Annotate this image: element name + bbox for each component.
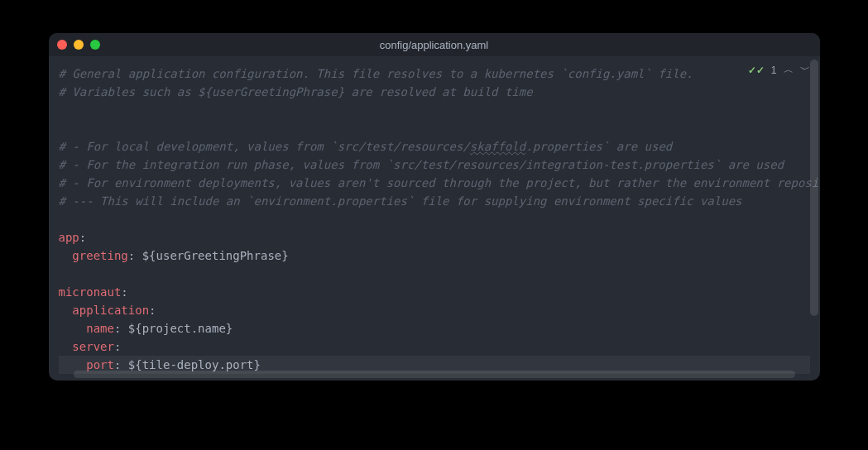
comment-line: # --- This will include an `environment.…: [59, 194, 742, 208]
yaml-colon: :: [121, 285, 127, 299]
yaml-key: micronaut: [59, 285, 122, 299]
comment-line: # - For the integration run phase, value…: [59, 158, 784, 171]
yaml-colon: :: [114, 358, 121, 371]
yaml-value: ${tile-deploy.port}: [128, 358, 261, 371]
editor-window: config/application.yaml ✓✓ 1 ︿ ﹀ # Gener…: [49, 33, 820, 381]
yaml-key: port: [86, 358, 114, 371]
comment-line: # - For local development, values from `…: [59, 140, 673, 153]
check-icon: ✓✓: [748, 65, 765, 76]
vertical-scrollbar[interactable]: [810, 60, 818, 316]
next-issue-button[interactable]: ﹀: [800, 63, 810, 77]
comment-line: # Variables such as ${userGreetingPhrase…: [59, 85, 533, 98]
comment-text: # - For local development, values from `…: [59, 140, 470, 153]
editor-area: ✓✓ 1 ︿ ﹀ # General application configura…: [49, 56, 820, 381]
yaml-value: ${userGreetingPhrase}: [142, 249, 289, 262]
comment-line: # General application configuration. Thi…: [59, 67, 693, 80]
close-window-button[interactable]: [57, 40, 67, 50]
prev-issue-button[interactable]: ︿: [784, 63, 794, 77]
spellcheck-word[interactable]: skaffold: [470, 140, 525, 153]
yaml-colon: :: [114, 340, 121, 353]
yaml-colon: :: [128, 249, 135, 262]
window-title: config/application.yaml: [49, 39, 820, 51]
yaml-key: server: [72, 340, 114, 353]
horizontal-scrollbar[interactable]: [74, 371, 795, 378]
minimize-window-button[interactable]: [74, 40, 84, 50]
yaml-key: greeting: [72, 249, 127, 262]
maximize-window-button[interactable]: [90, 40, 100, 50]
titlebar: config/application.yaml: [49, 33, 820, 56]
yaml-colon: :: [114, 322, 121, 335]
yaml-colon: :: [79, 231, 86, 244]
inspection-overlay: ✓✓ 1 ︿ ﹀: [748, 63, 810, 77]
issues-count: 1: [771, 65, 777, 76]
comment-line: # - For environment deployments, values …: [59, 176, 820, 189]
yaml-key: application: [72, 304, 149, 317]
yaml-key: name: [86, 322, 114, 335]
traffic-lights: [57, 40, 100, 50]
comment-text: .properties` are used: [525, 140, 672, 153]
yaml-key: app: [59, 231, 79, 244]
yaml-value: ${project.name}: [128, 322, 233, 335]
code-editor[interactable]: # General application configuration. Thi…: [49, 56, 820, 381]
yaml-colon: :: [149, 304, 156, 317]
